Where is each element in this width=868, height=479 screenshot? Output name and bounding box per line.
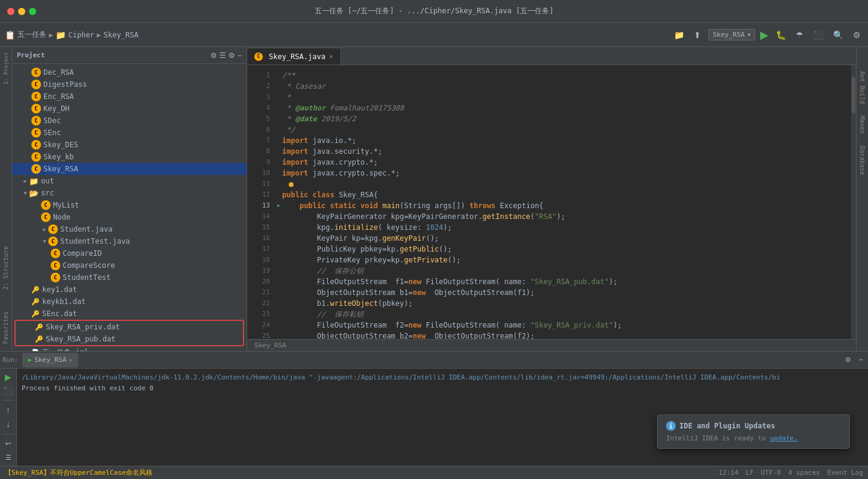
debug-btn[interactable]: 🐛 (773, 29, 788, 41)
tree-label: SEnc (43, 128, 61, 137)
line-num-23: 23 (247, 309, 277, 320)
notification-icon: i (666, 421, 676, 431)
tree-item-iml[interactable]: 📄 五一任务.iml (12, 346, 247, 351)
status-encoding[interactable]: LF (746, 469, 753, 477)
class-icon: C (31, 104, 41, 113)
run-label: Run: (2, 356, 19, 364)
tree-item-node[interactable]: C Node (12, 211, 247, 223)
window-controls[interactable] (7, 8, 36, 15)
line-num-8: 8 (247, 146, 277, 157)
line-num-20: 20 (247, 276, 277, 287)
tree-label: DigestPass (43, 80, 87, 89)
tree-item-senc[interactable]: C SEnc (12, 127, 247, 139)
line-num-3: 3 (247, 92, 277, 103)
toolbar-folder-btn[interactable]: 📁 (671, 29, 687, 41)
class-icon: C (41, 200, 51, 210)
code-line-24: FileOutputStream f2=new FileOutputStream… (277, 320, 851, 331)
code-content[interactable]: /** * Casesar * * @author Fomalhaut20175… (277, 65, 851, 339)
folder-icon: 📂 (29, 189, 39, 198)
project-gear-btn[interactable]: ⚙ (210, 51, 217, 60)
tree-label: keykb1.dat (42, 297, 86, 306)
breadcrumb-task[interactable]: 五一任务 (17, 30, 46, 40)
tree-item-comparescore[interactable]: C CompareScore (12, 259, 247, 271)
run-config[interactable]: Skey_RSA ▾ (708, 29, 755, 40)
tab-skey-rsa[interactable]: C Skey_RSA.java ✕ (247, 48, 341, 65)
tree-item-compareid[interactable]: C CompareID (12, 247, 247, 259)
tree-item-sdec[interactable]: C SDec (12, 115, 247, 127)
search-btn[interactable]: 🔍 (831, 29, 846, 41)
run-tab-active[interactable]: ▶ Skey_RSA ✕ (22, 353, 79, 367)
tree-item-digestpass[interactable]: C DigestPass (12, 78, 247, 90)
wrap-btn[interactable]: ↩ (2, 438, 15, 449)
expand-icon: ▼ (41, 238, 48, 244)
notification-title: IDE and Plugin Updates (679, 422, 775, 430)
run-button[interactable]: ▶ (760, 28, 769, 42)
tree-item-mylist[interactable]: C MyList (12, 199, 247, 211)
tree-item-key-dh[interactable]: C Key_DH (12, 103, 247, 115)
database-label[interactable]: Database (859, 146, 866, 175)
tree-item-out[interactable]: ▶ 📁 out (12, 175, 247, 187)
run-panel-minimize-btn[interactable]: − (856, 354, 866, 366)
tree-item-skey-rsa-pub[interactable]: 🔑 Skey_RSA_pub.dat (16, 333, 243, 345)
structure-label[interactable]: 2: Structure (1, 241, 10, 294)
class-icon: C (31, 68, 41, 77)
settings-btn[interactable]: ⚙ (851, 29, 863, 41)
status-indent[interactable]: 4 spaces (788, 469, 820, 477)
tree-item-dec-rsa[interactable]: C Dec_RSA (12, 66, 247, 78)
minimize-button[interactable] (18, 8, 25, 15)
titlebar: 五一任务 [~/五一任务] - .../Cipher/Skey_RSA.java… (0, 0, 868, 23)
run-panel-settings-btn[interactable]: ⚙ (843, 355, 854, 365)
file-icon: 🔑 (35, 323, 43, 331)
status-charset[interactable]: UTF-8 (761, 469, 781, 477)
tree-item-src[interactable]: ▼ 📂 src (12, 187, 247, 199)
project-minimize-btn[interactable]: − (237, 51, 242, 60)
breadcrumb-file[interactable]: Skey_RSA (104, 31, 139, 39)
tree-label: Key_DH (43, 104, 69, 113)
tree-item-enc-rsa[interactable]: C Enc_RSA (12, 90, 247, 103)
project-filter-btn[interactable]: ☰ (219, 51, 226, 60)
close-button[interactable] (7, 8, 14, 15)
line-num-18: 18 (247, 255, 277, 265)
status-position[interactable]: 12:14 (719, 469, 738, 477)
filter-btn[interactable]: ☰ (2, 452, 15, 463)
run-tab-close-btn[interactable]: ✕ (69, 357, 72, 363)
class-icon: C (31, 92, 41, 101)
ant-build-label[interactable]: Ant Build (859, 71, 866, 104)
maximize-button[interactable] (29, 8, 36, 15)
stop-btn[interactable]: ⬛ (811, 29, 826, 41)
breadcrumb-cipher[interactable]: Cipher (68, 31, 94, 39)
scroll-up-btn[interactable]: ↑ (2, 404, 15, 416)
tree-item-keykb1-dat[interactable]: 🔑 keykb1.dat (12, 296, 247, 308)
scroll-down-btn[interactable]: ↓ (2, 418, 15, 430)
tree-label: CompareID (63, 249, 102, 258)
notification-link[interactable]: update. (770, 434, 797, 442)
tree-item-studenttest[interactable]: C StudentTest (12, 271, 247, 284)
tree-item-skey-des[interactable]: C Skey_DES (12, 139, 247, 151)
line-num-12: 12 (247, 189, 277, 200)
tree-item-senc-dat[interactable]: 🔑 SEnc.dat (12, 308, 247, 320)
tree-item-studenttest-java[interactable]: ▼ C StudentTest.java (12, 235, 247, 247)
line-num-5: 5 (247, 113, 277, 124)
editor-scrollbar[interactable] (851, 65, 856, 339)
stop-btn[interactable]: ⬛ (2, 385, 15, 396)
line-num-19: 19 (247, 265, 277, 276)
tree-item-skey-rsa[interactable]: C Skey_RSA (12, 163, 247, 175)
tree-item-skey-kb[interactable]: C Skey_kb (12, 151, 247, 163)
notification-header: i IDE and Plugin Updates (666, 421, 841, 431)
toolbar-back-btn[interactable]: ⬆ (691, 29, 703, 41)
tree-label: key1.dat (42, 285, 77, 294)
line-num-2: 2 (247, 81, 277, 92)
line-num-15: 15 (247, 222, 277, 233)
tree-item-student-java[interactable]: ▶ C Student.java (12, 223, 247, 235)
tree-item-skey-rsa-priv[interactable]: 🔑 Skey_RSA_priv.dat (16, 321, 243, 333)
maven-label[interactable]: Maven (859, 116, 866, 134)
scrollbar-thumb[interactable] (852, 77, 855, 113)
rerun-btn[interactable]: ▶ (2, 371, 15, 382)
project-label[interactable]: 1: Project (2, 47, 10, 89)
favorites-label[interactable]: Favorites (1, 306, 10, 349)
project-settings-btn[interactable]: ⚙ (228, 51, 235, 60)
event-log[interactable]: Event Log (827, 469, 863, 477)
tree-item-key1-dat[interactable]: 🔑 key1.dat (12, 284, 247, 296)
coverage-btn[interactable]: ☂ (793, 29, 806, 41)
tab-close-btn[interactable]: ✕ (329, 52, 333, 60)
